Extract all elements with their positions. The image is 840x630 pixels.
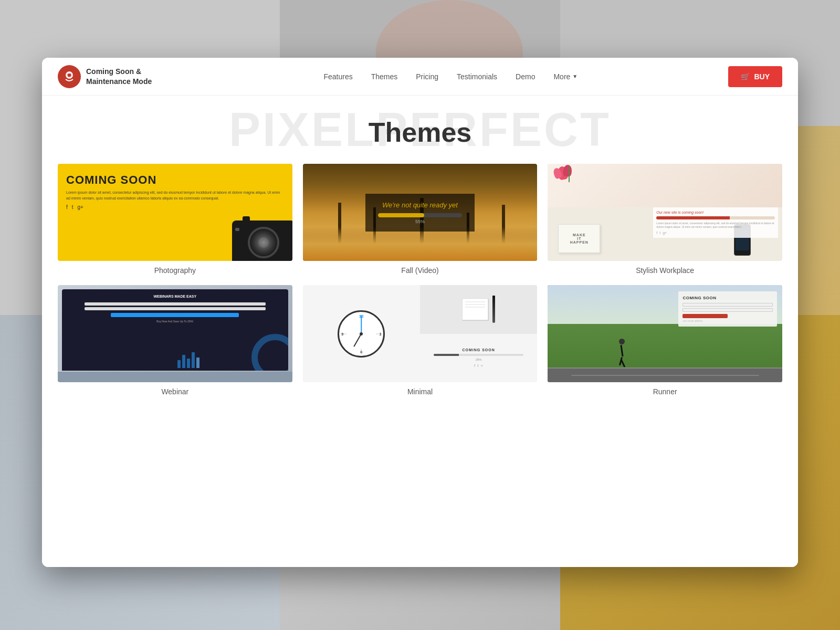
- cs-title: COMING SOON: [462, 348, 495, 352]
- runner-legs: [618, 357, 626, 368]
- workplace-tw-icon: t: [659, 231, 660, 235]
- theme-name-runner: Runner: [653, 387, 677, 396]
- nav-pricing[interactable]: Pricing: [416, 72, 438, 81]
- fall-progress-fill: [378, 213, 424, 217]
- workplace-icons: f t g+: [656, 231, 775, 235]
- cart-icon: 🛒: [741, 72, 750, 81]
- theme-name-stylish: Stylish Workplace: [636, 266, 694, 275]
- notebook-element: MAKEITHAPPEN: [558, 224, 600, 253]
- fall-progress-bar: [378, 213, 462, 217]
- screen-input2: [85, 307, 266, 310]
- screen-btn: [111, 313, 239, 317]
- pen-visual: [492, 296, 495, 323]
- hero-title: Themes: [52, 117, 788, 148]
- workplace-fb-icon: f: [656, 231, 657, 235]
- theme-name-webinar: Webinar: [161, 387, 188, 396]
- screen-content: WEBINARS MADE EASY Buy Now And Save Up T…: [62, 289, 288, 328]
- theme-preview-stylish: MAKEITHAPPEN Our new site is coming soon…: [548, 164, 782, 261]
- gp-icon: g+: [78, 204, 83, 210]
- logo-area: Coming Soon & Maintenance Mode: [58, 65, 152, 88]
- screen-sub: Buy Now And Save Up To 20%!: [68, 320, 282, 323]
- fall-percent: 55%: [378, 219, 462, 224]
- fall-overlay: We're not quite ready yet 55%: [365, 194, 475, 232]
- bar-chart: [177, 352, 200, 368]
- main-modal: Coming Soon & Maintenance Mode Features …: [42, 58, 798, 567]
- cs-percent: 28%: [476, 358, 482, 361]
- fb-icon: f: [66, 204, 68, 210]
- clock-face: 12 3 6 9: [338, 310, 385, 358]
- theme-name-minimal: Minimal: [407, 387, 433, 396]
- main-content: PIXELPERFECT Themes COMING SOON Lorem ip…: [42, 96, 798, 567]
- runner-input2: [682, 308, 773, 312]
- photo-desc: Lorem ipsum dolor sit amet, consectetur …: [66, 190, 284, 201]
- theme-name-fall: Fall (Video): [401, 266, 438, 275]
- cs-tw: t: [477, 363, 478, 368]
- nav-demo[interactable]: Demo: [516, 72, 535, 81]
- runner-figure: [618, 339, 626, 368]
- clock-quadrant: 12 3 6 9: [303, 285, 420, 382]
- theme-preview-minimal: 12 3 6 9: [303, 285, 538, 382]
- photo-social-icons: f t g+: [66, 204, 284, 210]
- nav-themes[interactable]: Themes: [371, 72, 398, 81]
- theme-card-photography[interactable]: COMING SOON Lorem ipsum dolor sit amet, …: [58, 164, 292, 275]
- road: [548, 368, 782, 382]
- photo-title: COMING SOON: [66, 173, 284, 187]
- theme-preview-photography: COMING SOON Lorem ipsum dolor sit amet, …: [58, 164, 292, 261]
- tw-icon: t: [72, 204, 74, 210]
- nav-features[interactable]: Features: [323, 72, 352, 81]
- runner-head: [619, 339, 625, 344]
- screen-title: WEBINARS MADE EASY: [68, 295, 282, 298]
- theme-card-runner[interactable]: COMING SOON your email address Runner: [548, 285, 782, 396]
- logo-text: Coming Soon & Maintenance Mode: [86, 67, 152, 86]
- clock-minute-hand: [361, 315, 362, 334]
- camera-decoration: [232, 220, 292, 261]
- cs-progress-bar: [434, 354, 523, 356]
- coming-soon-quadrant: COMING SOON 28% f t <: [420, 334, 537, 383]
- workplace-panel: Our new site is coming soon! Lorem ipsum…: [653, 207, 778, 238]
- screen-input1: [85, 302, 266, 306]
- nav-links: Features Themes Pricing Testimonials Dem…: [173, 72, 728, 81]
- theme-preview-webinar: WEBINARS MADE EASY Buy Now And Save Up T…: [58, 285, 292, 382]
- logo-icon: [58, 65, 81, 88]
- runner-submit: [682, 314, 728, 318]
- nav-testimonials[interactable]: Testimonials: [457, 72, 497, 81]
- workplace-progress-fill: [656, 216, 730, 219]
- runner-panel: COMING SOON your email address: [678, 291, 777, 327]
- workplace-desc: Lorem ipsum dolor sit amet, consectetur …: [656, 222, 775, 228]
- runner-input1: [682, 303, 773, 307]
- flowers-area: [548, 164, 782, 207]
- clock-hour-hand: [353, 333, 362, 346]
- hero-section: PIXELPERFECT Themes: [42, 96, 798, 164]
- clock-3: 3: [379, 332, 381, 335]
- theme-preview-runner: COMING SOON your email address: [548, 285, 782, 382]
- theme-card-webinar[interactable]: WEBINARS MADE EASY Buy Now And Save Up T…: [58, 285, 292, 396]
- workplace-title: Our new site is coming soon!: [656, 211, 775, 214]
- themes-grid: COMING SOON Lorem ipsum dolor sit amet, …: [42, 164, 798, 412]
- cs-gp: <: [481, 363, 484, 368]
- theme-card-minimal[interactable]: 12 3 6 9: [303, 285, 538, 396]
- laptop-screen: WEBINARS MADE EASY Buy Now And Save Up T…: [62, 289, 288, 371]
- laptop-base: [58, 372, 292, 382]
- theme-card-stylish[interactable]: MAKEITHAPPEN Our new site is coming soon…: [548, 164, 782, 275]
- notebook-visual: [462, 298, 488, 320]
- nav-more[interactable]: More ▼: [553, 72, 578, 81]
- runner-sub: your email address: [682, 320, 773, 322]
- cs-icons: f t <: [474, 363, 483, 368]
- chart-area: [175, 330, 288, 371]
- theme-preview-fall: We're not quite ready yet 55%: [303, 164, 538, 261]
- theme-name-photography: Photography: [154, 266, 196, 275]
- theme-card-fall[interactable]: We're not quite ready yet 55% Fall (Vide…: [303, 164, 538, 275]
- buy-button[interactable]: 🛒 BUY: [728, 66, 782, 87]
- workplace-progress-bar: [656, 216, 775, 219]
- cs-progress-fill: [434, 354, 459, 356]
- workplace-gp-icon: g+: [663, 231, 667, 235]
- navbar: Coming Soon & Maintenance Mode Features …: [42, 58, 798, 96]
- fall-text: We're not quite ready yet: [378, 201, 462, 209]
- svg-point-1: [68, 73, 71, 77]
- runner-cs-title: COMING SOON: [682, 296, 773, 300]
- cs-fb: f: [474, 363, 475, 368]
- clock-center-dot: [360, 332, 363, 335]
- more-dropdown-icon: ▼: [572, 74, 578, 79]
- notebook-quadrant: [420, 285, 537, 334]
- runner-torso: [621, 345, 624, 356]
